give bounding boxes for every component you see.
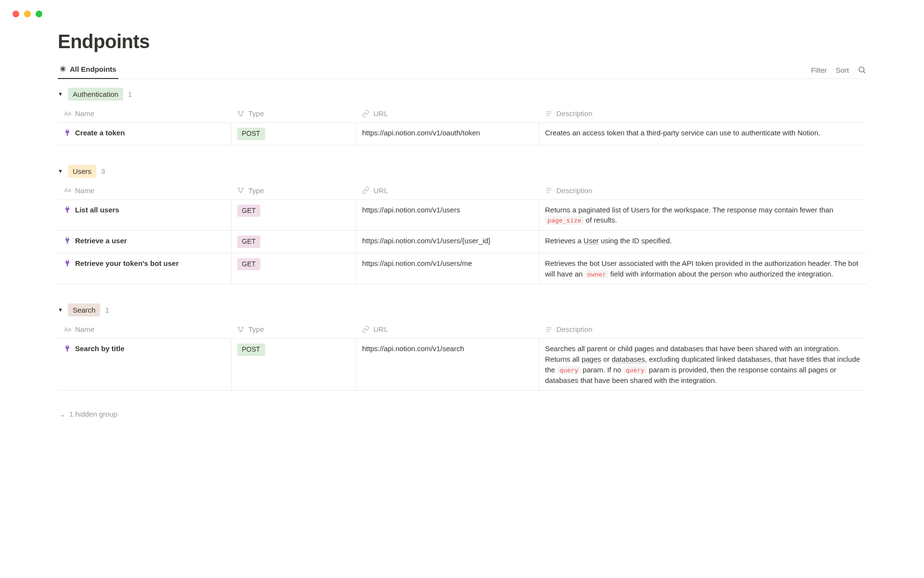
col-description-icon bbox=[545, 110, 552, 118]
minimize-window-button[interactable] bbox=[24, 11, 31, 17]
svg-point-14 bbox=[238, 327, 240, 328]
search-icon[interactable] bbox=[858, 66, 866, 74]
cell-description: Retrieves a User using the ID specified. bbox=[539, 231, 866, 253]
col-description[interactable]: Description bbox=[539, 105, 866, 123]
col-url-icon bbox=[362, 186, 370, 194]
cell-url: https://api.notion.com/v1/users/{user_id… bbox=[356, 231, 539, 253]
cell-type: GET bbox=[231, 253, 356, 284]
plug-icon bbox=[64, 129, 71, 136]
cell-name[interactable]: List all users bbox=[58, 199, 231, 231]
group-header[interactable]: ▼Users3 bbox=[58, 165, 866, 178]
svg-point-2 bbox=[238, 111, 240, 112]
tab-label: All Endpoints bbox=[70, 65, 116, 73]
group: ▼Users3NameTypeURLDescriptionList all us… bbox=[58, 165, 866, 285]
col-name-label: Name bbox=[75, 325, 94, 333]
cell-url: https://api.notion.com/v1/users bbox=[356, 199, 539, 231]
inline-link[interactable]: databases bbox=[612, 355, 645, 363]
maximize-window-button[interactable] bbox=[36, 11, 42, 17]
group-header[interactable]: ▼Authentication1 bbox=[58, 88, 866, 101]
method-pill: GET bbox=[237, 258, 261, 271]
code-chip: owner bbox=[585, 270, 608, 278]
col-name[interactable]: Name bbox=[58, 320, 231, 339]
col-name-icon bbox=[64, 110, 71, 118]
filter-button[interactable]: Filter bbox=[811, 66, 827, 74]
group-tag: Authentication bbox=[68, 88, 123, 101]
hidden-group-toggle[interactable]: ⌄ 1 hidden group bbox=[58, 410, 866, 418]
group-count: 1 bbox=[128, 90, 132, 98]
col-name-icon bbox=[64, 186, 71, 194]
cell-url: https://api.notion.com/v1/oauth/token bbox=[356, 123, 539, 145]
col-type-icon bbox=[237, 110, 244, 118]
col-url-label: URL bbox=[373, 186, 388, 195]
col-url[interactable]: URL bbox=[356, 105, 539, 123]
table-row[interactable]: Retrieve a userGEThttps://api.notion.com… bbox=[58, 231, 866, 253]
cell-name[interactable]: Create a token bbox=[58, 123, 231, 145]
col-description[interactable]: Description bbox=[539, 320, 866, 339]
cell-description: Searches all parent or child pages and d… bbox=[539, 339, 866, 391]
col-description-icon bbox=[545, 186, 552, 194]
row-title: List all users bbox=[75, 205, 119, 215]
col-url[interactable]: URL bbox=[356, 320, 539, 339]
col-name-icon bbox=[64, 326, 71, 333]
plug-icon bbox=[64, 206, 71, 213]
caret-down-icon[interactable]: ▼ bbox=[58, 307, 63, 313]
col-type[interactable]: Type bbox=[231, 182, 356, 200]
chevron-down-icon: ⌄ bbox=[60, 410, 65, 418]
cell-type: POST bbox=[231, 123, 356, 145]
sort-button[interactable]: Sort bbox=[835, 66, 849, 74]
table-row[interactable]: Search by titlePOSThttps://api.notion.co… bbox=[58, 339, 866, 391]
cell-type: POST bbox=[231, 339, 356, 391]
cell-name[interactable]: Search by title bbox=[58, 339, 231, 391]
row-title: Search by title bbox=[75, 343, 125, 354]
plug-icon bbox=[64, 259, 71, 267]
col-type-icon bbox=[237, 326, 244, 333]
cell-name[interactable]: Retrieve your token's bot user bbox=[58, 253, 231, 284]
group: ▼Authentication1NameTypeURLDescriptionCr… bbox=[58, 88, 866, 145]
cell-url: https://api.notion.com/v1/users/me bbox=[356, 253, 539, 284]
col-type-icon bbox=[237, 186, 244, 194]
cell-description: Retrieves the bot User associated with t… bbox=[539, 253, 866, 284]
col-description-label: Description bbox=[556, 325, 592, 333]
col-url-label: URL bbox=[373, 325, 388, 333]
cell-url: https://api.notion.com/v1/search bbox=[356, 339, 539, 391]
group-count: 3 bbox=[101, 167, 105, 175]
method-pill: POST bbox=[237, 128, 265, 140]
method-pill: GET bbox=[237, 236, 261, 248]
col-url[interactable]: URL bbox=[356, 182, 539, 200]
col-type-label: Type bbox=[248, 109, 264, 118]
group-header[interactable]: ▼Search1 bbox=[58, 303, 866, 316]
group-count: 1 bbox=[105, 306, 109, 314]
table-row[interactable]: List all usersGEThttps://api.notion.com/… bbox=[58, 199, 866, 231]
page-title: Endpoints bbox=[58, 31, 866, 53]
row-title: Retrieve your token's bot user bbox=[75, 258, 179, 269]
svg-point-15 bbox=[242, 327, 244, 328]
close-window-button[interactable] bbox=[13, 11, 19, 17]
hidden-group-label: 1 hidden group bbox=[69, 410, 117, 418]
endpoint-table: NameTypeURLDescriptionCreate a tokenPOST… bbox=[58, 105, 866, 145]
table-row[interactable]: Create a tokenPOSThttps://api.notion.com… bbox=[58, 123, 866, 145]
col-type[interactable]: Type bbox=[231, 320, 356, 339]
col-type[interactable]: Type bbox=[231, 105, 356, 123]
cell-name[interactable]: Retrieve a user bbox=[58, 231, 231, 253]
caret-down-icon[interactable]: ▼ bbox=[58, 92, 63, 97]
cell-type: GET bbox=[231, 231, 356, 253]
table-row[interactable]: Retrieve your token's bot userGEThttps:/… bbox=[58, 253, 866, 284]
inline-link[interactable]: pages bbox=[581, 355, 601, 363]
tab-all-endpoints[interactable]: ✳ All Endpoints bbox=[58, 61, 118, 79]
endpoint-table: NameTypeURLDescriptionSearch by titlePOS… bbox=[58, 320, 866, 391]
svg-line-1 bbox=[863, 71, 865, 73]
col-name[interactable]: Name bbox=[58, 105, 231, 123]
col-url-label: URL bbox=[373, 109, 388, 118]
window-controls[interactable] bbox=[0, 0, 924, 17]
col-name[interactable]: Name bbox=[58, 182, 231, 200]
col-description[interactable]: Description bbox=[539, 182, 866, 200]
cell-type: GET bbox=[231, 199, 356, 231]
svg-point-3 bbox=[242, 111, 244, 112]
col-name-label: Name bbox=[75, 186, 94, 195]
svg-point-8 bbox=[238, 188, 240, 189]
asterisk-icon: ✳ bbox=[60, 66, 66, 73]
plug-icon bbox=[64, 236, 71, 244]
caret-down-icon[interactable]: ▼ bbox=[58, 169, 63, 174]
inline-link[interactable]: User bbox=[584, 236, 599, 245]
col-url-icon bbox=[362, 326, 370, 333]
